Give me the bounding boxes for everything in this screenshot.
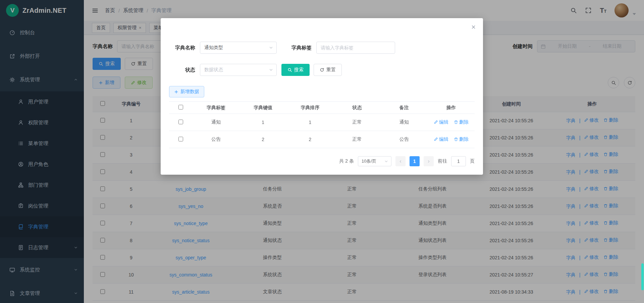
page-number-button[interactable]: 1 [410, 156, 420, 166]
pagination: 共 2 条 10条/页 ‹ 1 › 前往 页 [169, 156, 475, 166]
dict-label-cell: 公告 [193, 136, 239, 142]
column-header: 操作 [428, 105, 475, 111]
dict-data-dialog: × 字典名称 通知类型 字典标签 状态 数据状态 搜索 [161, 18, 483, 175]
row-checkbox[interactable] [178, 137, 183, 141]
dialog-table-body: 通知 1 1 正常 通知 编辑 删除 公告 2 2 正常 公告 编辑 删除 [169, 114, 475, 148]
dict-sort-cell: 2 [286, 137, 333, 142]
delete-link[interactable]: 删除 [454, 119, 469, 125]
dict-data-table: 字典标签 字典键值 字典排序 状态 备注 操作 通知 1 1 正常 通知 编辑 … [169, 101, 475, 148]
status-cell: 正常 [334, 119, 381, 125]
column-header: 状态 [334, 105, 381, 111]
scrollbar-thumb[interactable] [641, 263, 644, 290]
dialog-table-header-row: 字典标签 字典键值 字典排序 状态 备注 操作 [169, 101, 475, 114]
prev-page-button[interactable]: ‹ [395, 156, 406, 166]
dict-label-input[interactable] [316, 42, 395, 54]
dialog-filter-form: 字典名称 通知类型 字典标签 状态 数据状态 搜索 重置 [169, 18, 475, 97]
column-header: 字典排序 [286, 105, 333, 111]
chevron-down-icon [269, 68, 273, 72]
operation-cell: 编辑 删除 [428, 119, 475, 126]
dialog-search-button[interactable]: 搜索 [281, 64, 310, 76]
operation-cell: 编辑 删除 [428, 136, 475, 143]
next-page-button[interactable]: › [424, 156, 434, 166]
dict-label-cell: 通知 [193, 119, 239, 125]
page-size-select[interactable]: 10条/页 [358, 156, 391, 166]
row-checkbox[interactable] [178, 120, 183, 124]
dict-value-cell: 1 [239, 120, 286, 125]
delete-link[interactable]: 删除 [454, 136, 469, 142]
dict-name-select[interactable]: 通知类型 [200, 42, 277, 54]
add-data-button[interactable]: 新增数据 [169, 86, 204, 97]
edit-link[interactable]: 编辑 [434, 136, 448, 142]
dialog-table-row: 通知 1 1 正常 通知 编辑 删除 [169, 114, 475, 131]
edit-link[interactable]: 编辑 [434, 119, 448, 125]
pagination-total: 共 2 条 [339, 158, 354, 164]
goto-page-input[interactable] [451, 156, 466, 166]
dict-sort-cell: 1 [286, 120, 333, 125]
remark-cell: 公告 [381, 136, 428, 142]
status-select[interactable]: 数据状态 [200, 64, 277, 76]
status-cell: 正常 [334, 136, 381, 142]
column-header: 备注 [381, 105, 428, 111]
dialog-table-row: 公告 2 2 正常 公告 编辑 删除 [169, 131, 475, 148]
dict-label-label: 字典标签 [285, 45, 312, 51]
column-header: 字典标签 [193, 105, 239, 111]
select-all-checkbox[interactable] [178, 105, 183, 110]
dialog-reset-button[interactable]: 重置 [314, 64, 342, 76]
remark-cell: 通知 [381, 119, 428, 125]
close-icon[interactable]: × [471, 24, 476, 31]
dict-name-label: 字典名称 [169, 45, 195, 51]
chevron-down-icon [384, 159, 388, 164]
goto-label: 前往 [438, 158, 447, 164]
chevron-down-icon [269, 45, 273, 50]
column-header: 字典键值 [239, 105, 286, 111]
status-label: 状态 [169, 67, 195, 73]
dict-value-cell: 2 [239, 137, 286, 142]
page-unit-label: 页 [470, 158, 475, 164]
